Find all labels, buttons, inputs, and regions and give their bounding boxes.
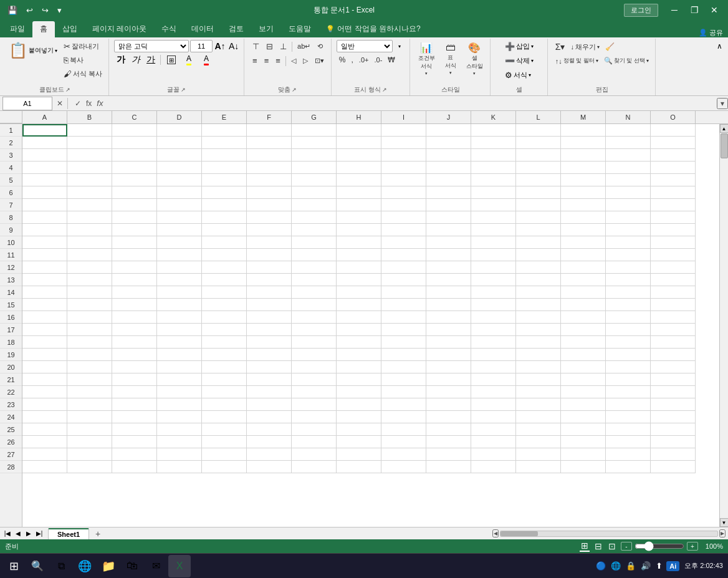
cell-M27[interactable]	[561, 448, 606, 461]
cell-K2[interactable]	[471, 137, 516, 149]
cell-E28[interactable]	[202, 461, 247, 473]
cell-D25[interactable]	[157, 423, 202, 436]
cell-G20[interactable]	[292, 361, 337, 373]
customize-qat-button[interactable]: ▾	[55, 4, 64, 16]
cell-C2[interactable]	[112, 137, 157, 149]
cell-O23[interactable]	[651, 398, 696, 411]
bluetooth-icon[interactable]: 🔵	[595, 560, 607, 572]
cell-L16[interactable]	[516, 311, 561, 324]
row-number-7[interactable]: 7	[0, 199, 22, 211]
tab-view[interactable]: 보기	[251, 21, 281, 37]
sort-filter-button[interactable]: ↑↓ 정렬 및 필터 ▾	[553, 55, 601, 67]
cell-I4[interactable]	[381, 161, 426, 174]
cell-G21[interactable]	[292, 373, 337, 386]
cell-K11[interactable]	[471, 249, 516, 261]
cell-N15[interactable]	[606, 299, 651, 311]
cell-B9[interactable]	[67, 224, 112, 236]
cell-J5[interactable]	[426, 174, 471, 186]
cell-B13[interactable]	[67, 274, 112, 286]
insert-function-button[interactable]: fx	[95, 99, 105, 108]
cell-H1[interactable]	[337, 124, 381, 137]
cell-M10[interactable]	[561, 236, 606, 249]
cell-D10[interactable]	[157, 236, 202, 249]
cell-D12[interactable]	[157, 261, 202, 274]
cell-I24[interactable]	[381, 411, 426, 423]
cell-B23[interactable]	[67, 398, 112, 411]
cell-J22[interactable]	[426, 386, 471, 398]
cell-O12[interactable]	[651, 261, 696, 274]
cell-H11[interactable]	[337, 249, 381, 261]
cell-E11[interactable]	[202, 249, 247, 261]
cell-I1[interactable]	[381, 124, 426, 137]
cell-G15[interactable]	[292, 299, 337, 311]
cell-C6[interactable]	[112, 186, 157, 199]
cell-F24[interactable]	[247, 411, 292, 423]
center-align-button[interactable]: ≡	[261, 54, 272, 67]
cell-D14[interactable]	[157, 286, 202, 299]
cell-H13[interactable]	[337, 274, 381, 286]
cell-I5[interactable]	[381, 174, 426, 186]
cell-O28[interactable]	[651, 461, 696, 473]
indent-decrease-button[interactable]: ◁	[288, 55, 299, 67]
col-header-E[interactable]: E	[202, 111, 247, 123]
cell-N24[interactable]	[606, 411, 651, 423]
cell-C27[interactable]	[112, 448, 157, 461]
cell-C23[interactable]	[112, 398, 157, 411]
cell-L20[interactable]	[516, 361, 561, 373]
cell-I22[interactable]	[381, 386, 426, 398]
cell-A8[interactable]	[22, 211, 67, 224]
cell-G19[interactable]	[292, 349, 337, 361]
row-number-5[interactable]: 5	[0, 174, 22, 186]
row-number-8[interactable]: 8	[0, 211, 22, 224]
cell-I27[interactable]	[381, 448, 426, 461]
h-scroll-left-button[interactable]: ◀	[492, 529, 499, 537]
cell-F6[interactable]	[247, 186, 292, 199]
cell-G8[interactable]	[292, 211, 337, 224]
row-number-11[interactable]: 11	[0, 249, 22, 261]
name-box[interactable]	[2, 97, 52, 110]
cell-E9[interactable]	[202, 224, 247, 236]
cell-N6[interactable]	[606, 186, 651, 199]
cell-E23[interactable]	[202, 398, 247, 411]
cell-C19[interactable]	[112, 349, 157, 361]
cell-O11[interactable]	[651, 249, 696, 261]
cell-E10[interactable]	[202, 236, 247, 249]
row-number-18[interactable]: 18	[0, 336, 22, 349]
h-scrollbar-track[interactable]	[500, 531, 718, 537]
row-number-9[interactable]: 9	[0, 224, 22, 236]
cell-D5[interactable]	[157, 174, 202, 186]
cell-M25[interactable]	[561, 423, 606, 436]
cell-E6[interactable]	[202, 186, 247, 199]
cell-L9[interactable]	[516, 224, 561, 236]
cell-E19[interactable]	[202, 349, 247, 361]
cell-E26[interactable]	[202, 436, 247, 448]
col-header-N[interactable]: N	[606, 111, 651, 123]
cell-I12[interactable]	[381, 261, 426, 274]
cell-I23[interactable]	[381, 398, 426, 411]
cell-H10[interactable]	[337, 236, 381, 249]
row-number-1[interactable]: 1	[0, 124, 22, 137]
cell-L14[interactable]	[516, 286, 561, 299]
cell-L11[interactable]	[516, 249, 561, 261]
cell-K14[interactable]	[471, 286, 516, 299]
alignment-launcher[interactable]: ↗	[290, 87, 298, 93]
cell-C22[interactable]	[112, 386, 157, 398]
cancel-formula-button[interactable]: ✓	[73, 99, 83, 108]
top-align-button[interactable]: ⊤	[249, 40, 262, 53]
cell-N7[interactable]	[606, 199, 651, 211]
cell-B19[interactable]	[67, 349, 112, 361]
cell-styles-button[interactable]: 🎨 셀 스타일 ▾	[463, 40, 486, 78]
cell-A21[interactable]	[22, 373, 67, 386]
cell-C20[interactable]	[112, 361, 157, 373]
first-sheet-button[interactable]: |◀	[2, 529, 12, 539]
italic-button[interactable]: 가	[129, 54, 143, 66]
cell-B14[interactable]	[67, 286, 112, 299]
cell-D1[interactable]	[157, 124, 202, 137]
cell-D9[interactable]	[157, 224, 202, 236]
page-layout-view-button[interactable]: ⊟	[593, 541, 603, 551]
decrease-font-size-button[interactable]: A↓	[228, 40, 240, 52]
cell-J3[interactable]	[426, 149, 471, 161]
cell-J8[interactable]	[426, 211, 471, 224]
cell-D27[interactable]	[157, 448, 202, 461]
cell-J25[interactable]	[426, 423, 471, 436]
